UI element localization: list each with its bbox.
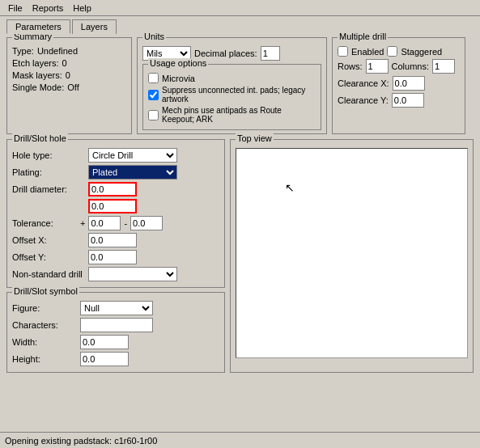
- non-standard-label: Non-standard drill: [12, 269, 85, 279]
- decimal-label: Decimal places:: [194, 49, 257, 58]
- top-view-panel: Top view ↖: [230, 139, 474, 373]
- cursor-indicator: ↖: [285, 181, 467, 194]
- usage-title: Usage options: [148, 58, 208, 68]
- menu-reports[interactable]: Reports: [28, 2, 69, 15]
- etch-row: Etch layers: 0: [12, 58, 126, 68]
- single-mode-label: Single Mode:: [12, 82, 64, 92]
- columns-label: Columns:: [392, 61, 429, 71]
- tolerance-minus: -: [124, 218, 127, 228]
- etch-value: 0: [62, 58, 66, 68]
- single-mode-value: Off: [67, 82, 79, 92]
- offset-x-row: Offset X:: [12, 233, 219, 247]
- tolerance-input2[interactable]: [130, 216, 163, 230]
- microvia-row: Microvia: [148, 73, 316, 83]
- second-diameter-input[interactable]: [88, 199, 137, 213]
- sym-height-row: Height:: [12, 352, 219, 366]
- enabled-checkbox[interactable]: [338, 46, 348, 57]
- drill-diameter-input[interactable]: [88, 182, 137, 197]
- menu-help[interactable]: Help: [68, 2, 96, 15]
- figure-label: Figure:: [12, 303, 77, 313]
- microvia-label: Microvia: [162, 74, 195, 83]
- drill-diameter-label: Drill diameter:: [12, 184, 85, 194]
- enabled-label: Enabled: [351, 47, 384, 57]
- sym-width-row: Width:: [12, 335, 219, 349]
- etch-label: Etch layers:: [12, 58, 58, 68]
- top-view-canvas: ↖: [236, 148, 468, 358]
- suppress-row: Suppress unconnected int. pads; legacy a…: [148, 86, 316, 104]
- menu-file[interactable]: File: [3, 2, 28, 15]
- figure-row: Figure: Null: [12, 301, 219, 315]
- status-text: Opening existing padstack: c1r60-1r00: [5, 436, 157, 446]
- multiple-drill-panel: Multiple drill Enabled Staggered Rows: C…: [332, 37, 465, 134]
- rows-row: Rows: Columns:: [338, 59, 460, 74]
- drill-diameter-row: Drill diameter:: [12, 182, 219, 197]
- plating-label: Plating:: [12, 167, 85, 177]
- sym-height-label: Height:: [12, 354, 77, 364]
- type-row: Type: Undefined: [12, 46, 126, 56]
- staggered-checkbox[interactable]: [387, 46, 397, 57]
- non-standard-select[interactable]: [88, 267, 177, 281]
- hole-type-label: Hole type:: [12, 150, 85, 160]
- figure-select[interactable]: Null: [80, 301, 153, 315]
- type-value: Undefined: [37, 46, 78, 56]
- sym-width-input[interactable]: [80, 335, 129, 349]
- single-mode-row: Single Mode: Off: [12, 82, 126, 92]
- main-content: Summary Type: Undefined Etch layers: 0 M…: [0, 34, 480, 376]
- sym-height-input[interactable]: [80, 352, 129, 366]
- offset-y-input[interactable]: [88, 250, 137, 264]
- tolerance-row: Tolerance: + -: [12, 216, 219, 230]
- suppress-label: Suppress unconnected int. pads; legacy a…: [162, 86, 316, 104]
- enabled-row: Enabled Staggered: [338, 46, 460, 57]
- top-view-title: Top view: [236, 133, 274, 143]
- non-standard-row: Non-standard drill: [12, 267, 219, 281]
- tolerance-input1[interactable]: [88, 216, 121, 230]
- rows-input[interactable]: [366, 59, 389, 74]
- drill-slot-panel: Drill/Slot hole Hole type: Circle Drill …: [6, 139, 225, 288]
- usage-panel: Usage options Microvia Suppress unconnec…: [142, 64, 321, 130]
- staggered-label: Staggered: [401, 47, 442, 57]
- decimal-input[interactable]: [261, 46, 280, 61]
- offset-x-label: Offset X:: [12, 235, 85, 245]
- type-label: Type:: [12, 46, 34, 56]
- clearance-y-label: Clearance Y:: [338, 95, 389, 105]
- sym-width-label: Width:: [12, 337, 77, 347]
- second-value-row: [12, 199, 219, 213]
- mask-row: Mask layers: 0: [12, 70, 126, 80]
- tolerance-plus: +: [80, 218, 85, 228]
- suppress-checkbox[interactable]: [148, 90, 159, 100]
- offset-y-row: Offset Y:: [12, 250, 219, 264]
- characters-row: Characters:: [12, 318, 219, 332]
- columns-input[interactable]: [432, 59, 455, 74]
- clearance-x-row: Clearance X:: [338, 76, 460, 91]
- mech-checkbox[interactable]: [148, 110, 159, 120]
- clearance-x-input[interactable]: [393, 76, 425, 91]
- tab-layers[interactable]: Layers: [72, 19, 117, 34]
- drill-slot-title: Drill/Slot hole: [12, 133, 68, 143]
- units-panel: Units Mils Decimal places: Usage options…: [137, 37, 327, 134]
- drill-symbol-panel: Drill/Slot symbol Figure: Null Character…: [6, 292, 225, 373]
- clearance-y-input[interactable]: [392, 93, 424, 108]
- microvia-checkbox[interactable]: [148, 73, 159, 83]
- units-title: Units: [142, 32, 166, 41]
- clearance-y-row: Clearance Y:: [338, 93, 460, 108]
- rows-label: Rows:: [338, 61, 363, 71]
- drill-symbol-title: Drill/Slot symbol: [12, 286, 79, 296]
- summary-panel: Summary Type: Undefined Etch layers: 0 M…: [6, 37, 132, 134]
- mech-row: Mech pins use antipads as Route Keepout;…: [148, 106, 316, 124]
- plating-select[interactable]: Plated: [88, 165, 177, 180]
- tolerance-label: Tolerance:: [12, 218, 77, 228]
- menubar: File Reports Help: [0, 0, 480, 16]
- offset-y-label: Offset Y:: [12, 252, 85, 262]
- multiple-drill-title: Multiple drill: [338, 32, 388, 41]
- clearance-x-label: Clearance X:: [338, 78, 389, 88]
- mask-label: Mask layers:: [12, 70, 62, 80]
- mask-value: 0: [66, 70, 70, 80]
- mech-label: Mech pins use antipads as Route Keepout;…: [162, 106, 316, 124]
- status-bar: Opening existing padstack: c1r60-1r00: [0, 432, 480, 448]
- offset-x-input[interactable]: [88, 233, 137, 247]
- characters-input[interactable]: [80, 318, 153, 332]
- hole-type-select[interactable]: Circle Drill: [88, 148, 177, 163]
- tab-parameters[interactable]: Parameters: [6, 19, 70, 34]
- hole-type-row: Hole type: Circle Drill: [12, 148, 219, 163]
- tabs-row: Parameters Layers: [0, 16, 480, 34]
